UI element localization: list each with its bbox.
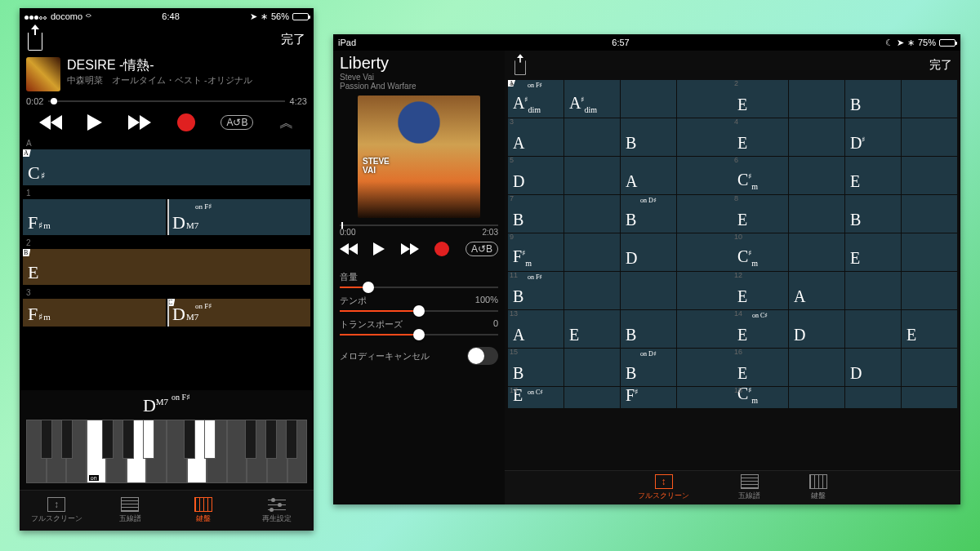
chord-cell[interactable]: A [789, 272, 844, 309]
chord-cell[interactable] [789, 233, 844, 271]
chord-cell[interactable]: D [621, 233, 676, 271]
chord-cell[interactable]: A [508, 118, 564, 156]
forward-button[interactable] [128, 115, 151, 130]
chord-cell[interactable] [789, 387, 844, 408]
chord-cell[interactable] [789, 349, 844, 386]
chord-cell[interactable] [789, 118, 844, 156]
transpose-slider[interactable] [340, 334, 498, 335]
share-icon[interactable] [514, 60, 526, 75]
chord-cell[interactable]: B [508, 195, 564, 233]
chord-cell[interactable] [564, 387, 620, 408]
chord-cell[interactable]: F♯m [23, 199, 166, 235]
chord-cell[interactable] [789, 195, 844, 233]
chord-cell[interactable] [902, 272, 957, 309]
chord-cell[interactable]: B [621, 310, 676, 348]
chord-cell[interactable] [621, 80, 676, 118]
play-button[interactable] [373, 242, 385, 256]
chord-cell[interactable] [677, 233, 733, 271]
chord-cell[interactable] [902, 118, 957, 156]
chord-cell[interactable]: E [845, 233, 901, 271]
tempo-slider[interactable] [340, 310, 498, 312]
chord-cell[interactable]: B [621, 118, 676, 156]
chord-cell[interactable] [677, 80, 733, 118]
chord-cell[interactable]: Aon F♯A♯dim [508, 80, 564, 118]
chord-cell[interactable]: F♯m [508, 233, 564, 271]
collapse-icon[interactable]: ︽ [279, 113, 294, 132]
chord-cell[interactable] [902, 387, 957, 408]
volume-slider[interactable] [340, 287, 498, 288]
ab-loop-button[interactable]: A↺B [466, 242, 498, 256]
chord-cell[interactable]: E [733, 80, 788, 118]
chord-cell[interactable] [677, 118, 733, 156]
chord-cell[interactable] [621, 272, 676, 309]
tab-piano[interactable]: 鍵盤 [167, 491, 240, 531]
chord-cell[interactable] [677, 349, 733, 386]
chord-cell[interactable]: E [733, 195, 788, 233]
chord-cell[interactable] [564, 233, 620, 271]
chord-cell[interactable]: A♯dim [564, 80, 620, 118]
chord-cell[interactable] [789, 80, 844, 118]
chord-cell[interactable] [902, 80, 957, 118]
chord-cell[interactable]: on D♯B [621, 195, 676, 233]
chord-cell[interactable]: C♯m [733, 157, 788, 194]
chord-cell[interactable]: D [789, 310, 844, 348]
done-button[interactable]: 完了 [281, 32, 305, 47]
chord-cell[interactable]: E [845, 157, 901, 194]
progress-slider[interactable] [48, 100, 284, 102]
chord-cell[interactable] [845, 310, 901, 348]
chord-cell[interactable]: E [564, 310, 620, 348]
melody-cancel-toggle[interactable] [467, 347, 498, 365]
chord-cell[interactable] [564, 349, 620, 386]
tab-fullscreen[interactable]: フルスクリーン [20, 491, 93, 531]
chord-cell[interactable] [902, 157, 957, 194]
play-button[interactable] [87, 114, 102, 131]
chord-cell[interactable]: on F♯ DM7 [167, 199, 310, 235]
tab-playback[interactable]: 再生設定 [240, 491, 314, 531]
rewind-button[interactable] [340, 243, 358, 255]
album-art[interactable] [26, 57, 60, 91]
record-button[interactable] [434, 242, 449, 256]
chord-cell[interactable] [789, 157, 844, 194]
forward-button[interactable] [401, 243, 419, 255]
chord-cell[interactable] [564, 272, 620, 309]
chord-cell[interactable]: C on F♯ DM7 [167, 299, 310, 327]
tab-fullscreen[interactable]: フルスクリーン [638, 474, 689, 501]
share-icon[interactable] [28, 33, 42, 51]
chord-cell[interactable]: F♯m [23, 299, 166, 327]
chord-cell[interactable] [677, 157, 733, 194]
chord-cell[interactable] [677, 387, 733, 408]
rewind-button[interactable] [39, 115, 62, 130]
chord-cell[interactable]: A [621, 157, 676, 194]
chord-cell[interactable] [902, 233, 957, 271]
album-art[interactable] [358, 96, 480, 218]
progress-slider[interactable] [340, 224, 498, 226]
chord-cell[interactable]: D [508, 157, 564, 194]
ab-loop-button[interactable]: A↺B [220, 115, 253, 130]
chord-cell[interactable]: A C♯ [23, 149, 310, 185]
chord-cell[interactable]: D [845, 349, 901, 386]
chord-cell[interactable]: B E [23, 249, 310, 285]
chord-cell[interactable]: on D♯B [621, 349, 676, 386]
chord-cell[interactable]: E [733, 118, 788, 156]
chord-cell[interactable] [845, 272, 901, 309]
chord-cell[interactable] [677, 195, 733, 233]
done-button[interactable]: 完了 [929, 58, 952, 73]
chord-cell[interactable] [845, 387, 901, 408]
chord-cell[interactable]: B [845, 80, 901, 118]
chord-cell[interactable] [677, 310, 733, 348]
chord-cell[interactable]: B [845, 195, 901, 233]
chord-cell[interactable] [902, 195, 957, 233]
tab-piano[interactable]: 鍵盤 [809, 474, 827, 501]
chord-cell[interactable] [902, 349, 957, 386]
tab-staff[interactable]: 五線譜 [93, 491, 167, 531]
chord-cell[interactable] [677, 272, 733, 309]
chord-cell[interactable] [564, 195, 620, 233]
tab-staff[interactable]: 五線譜 [738, 474, 760, 501]
chord-cell[interactable]: E [902, 310, 957, 348]
chord-cell[interactable] [564, 118, 620, 156]
chord-cell[interactable]: D♯ [845, 118, 901, 156]
record-button[interactable] [177, 113, 195, 131]
piano-keyboard[interactable]: on [26, 420, 307, 483]
chord-cell[interactable]: F♯ [621, 387, 676, 408]
chord-cell[interactable] [564, 157, 620, 194]
